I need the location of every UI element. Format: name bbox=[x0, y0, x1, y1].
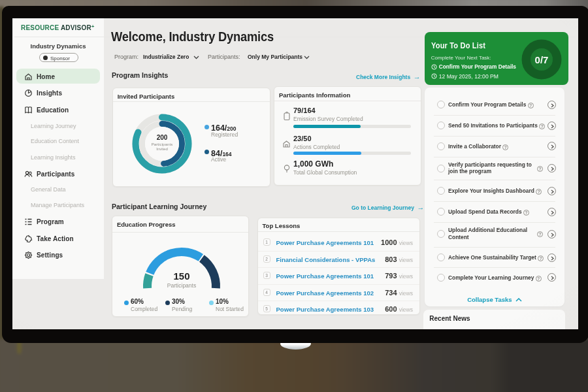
svg-text:0/7: 0/7 bbox=[535, 54, 549, 65]
